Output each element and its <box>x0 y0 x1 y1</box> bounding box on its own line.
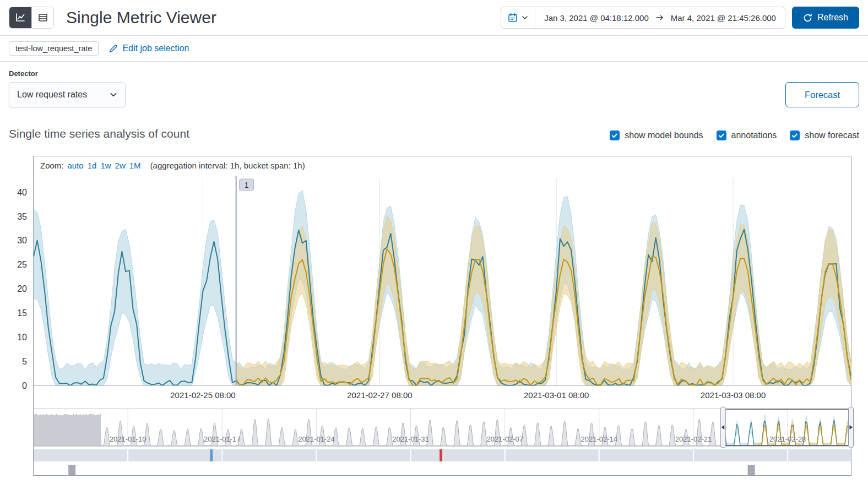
page-title: Single Metric Viewer <box>66 8 216 27</box>
chevron-down-icon <box>110 91 117 99</box>
series-header: Single time series analysis of count sho… <box>9 127 859 140</box>
show-model-bounds-label: show model bounds <box>625 130 703 140</box>
svg-text:2021-03-03 08:00: 2021-03-03 08:00 <box>701 390 766 400</box>
svg-text:2021-02-28: 2021-02-28 <box>769 435 806 443</box>
svg-text:2021-03-01 08:00: 2021-03-01 08:00 <box>524 390 589 400</box>
show-forecast-label: show forecast <box>805 130 859 140</box>
aggregation-info: (aggregation interval: 1h, bucket span: … <box>150 161 305 170</box>
svg-text:2021-02-27 08:00: 2021-02-27 08:00 <box>347 390 412 400</box>
svg-text:30: 30 <box>17 236 27 245</box>
calendar-icon <box>508 13 518 23</box>
svg-text:2021-01-24: 2021-01-24 <box>298 435 335 443</box>
svg-text:2021-01-17: 2021-01-17 <box>204 435 241 443</box>
edit-job-selection-link[interactable]: Edit job selection <box>109 43 189 53</box>
annotation-marker[interactable] <box>748 465 755 475</box>
annotations-checkbox[interactable]: annotations <box>717 130 777 140</box>
zoom-bar: Zoom: auto 1d 1w 2w 1M (aggregation inte… <box>34 156 851 175</box>
refresh-button[interactable]: Refresh <box>792 7 859 29</box>
svg-text:2021-02-21: 2021-02-21 <box>675 435 712 443</box>
checkbox-checked-icon <box>610 130 620 140</box>
svg-text:2021-02-14: 2021-02-14 <box>581 435 618 443</box>
zoom-1d-link[interactable]: 1d <box>88 161 97 170</box>
annotations-label: annotations <box>731 130 777 140</box>
svg-text:2021-01-31: 2021-01-31 <box>392 435 429 443</box>
detector-section: Detector Low request rates Forecast <box>0 62 868 107</box>
date-range-display: Jan 3, 2021 @ 04:18:12.000 Mar 4, 2021 @… <box>535 7 785 28</box>
svg-text:25: 25 <box>17 260 27 269</box>
arrow-right-icon <box>655 13 664 22</box>
chart-view-button[interactable] <box>9 7 31 28</box>
svg-text:0: 0 <box>22 381 27 390</box>
svg-text:40: 40 <box>17 188 27 197</box>
data-table-icon <box>37 12 48 23</box>
zoom-auto-link[interactable]: auto <box>68 161 84 170</box>
chevron-down-icon <box>522 14 528 21</box>
svg-text:2021-02-25 08:00: 2021-02-25 08:00 <box>170 390 235 400</box>
detector-select-value: Low request rates <box>17 90 87 100</box>
svg-text:15: 15 <box>17 308 27 318</box>
start-date[interactable]: Jan 3, 2021 @ 04:18:12.000 <box>544 13 649 23</box>
detector-select[interactable]: Low request rates <box>9 82 126 107</box>
chart-line-icon <box>15 12 26 23</box>
job-badge: test-low_request_rate <box>9 41 99 56</box>
zoom-label: Zoom: <box>40 161 64 170</box>
date-range-picker[interactable]: Jan 3, 2021 @ 04:18:12.000 Mar 4, 2021 @… <box>501 7 785 29</box>
view-toggle <box>9 7 54 29</box>
svg-text:20: 20 <box>17 284 27 293</box>
end-date[interactable]: Mar 4, 2021 @ 21:45:26.000 <box>671 13 776 23</box>
timeseries-chart-panel: Zoom: auto 1d 1w 2w 1M (aggregation inte… <box>33 156 851 476</box>
chart-option-checkboxes: show model bounds annotations show forec… <box>610 130 859 140</box>
svg-text:5: 5 <box>22 357 27 366</box>
zoom-1M-link[interactable]: 1M <box>129 161 141 170</box>
series-title: Single time series analysis of count <box>9 127 189 140</box>
refresh-icon <box>803 13 812 23</box>
zoom-2w-link[interactable]: 2w <box>115 161 126 170</box>
edit-job-selection-label: Edit job selection <box>122 43 189 53</box>
svg-text:2021-01-10: 2021-01-10 <box>110 435 146 443</box>
checkbox-checked-icon <box>717 130 726 140</box>
svg-text:10: 10 <box>17 333 27 342</box>
table-view-button[interactable] <box>31 7 53 28</box>
job-selection-bar: test-low_request_rate Edit job selection <box>0 36 868 61</box>
detector-label: Detector <box>9 69 859 78</box>
header-controls: Jan 3, 2021 @ 04:18:12.000 Mar 4, 2021 @… <box>501 7 859 29</box>
page-header: Single Metric Viewer Jan 3, 2021 @ 04:18… <box>0 0 868 35</box>
zoom-1w-link[interactable]: 1w <box>100 161 111 170</box>
main-chart-svg[interactable]: 105101520253035402021-02-25 08:002021-02… <box>34 175 851 409</box>
refresh-label: Refresh <box>817 13 848 23</box>
anomaly-cell-warning[interactable] <box>210 449 213 461</box>
svg-text:35: 35 <box>17 212 27 221</box>
checkbox-checked-icon <box>790 130 800 140</box>
context-plateau <box>34 415 101 446</box>
forecast-button[interactable]: Forecast <box>785 82 859 107</box>
annotation-marker[interactable] <box>68 465 75 475</box>
context-chart-svg[interactable]: 2021-01-102021-01-172021-01-242021-01-31… <box>34 409 851 475</box>
svg-text:2021-02-07: 2021-02-07 <box>486 435 523 443</box>
pencil-icon <box>109 44 118 53</box>
show-model-bounds-checkbox[interactable]: show model bounds <box>610 130 703 140</box>
anomaly-cell-critical[interactable] <box>440 449 442 461</box>
date-picker-menu-button[interactable] <box>501 7 535 28</box>
svg-text:1: 1 <box>245 181 249 189</box>
show-forecast-checkbox[interactable]: show forecast <box>790 130 859 140</box>
